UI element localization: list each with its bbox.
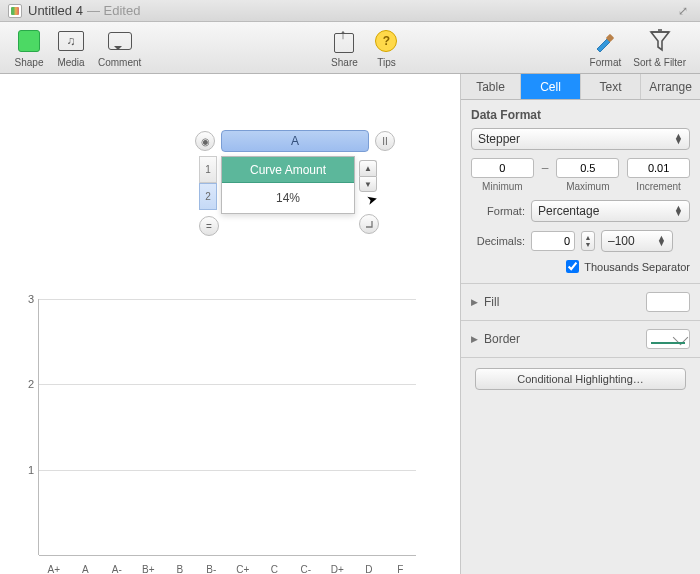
updown-icon: ▲▼: [657, 236, 666, 246]
border-disclosure[interactable]: ▶ Border: [471, 332, 520, 346]
increment-label: Increment: [636, 181, 680, 192]
y-tick: 2: [28, 378, 34, 390]
maximum-input[interactable]: [556, 158, 619, 178]
border-section: ▶ Border: [461, 321, 700, 358]
increment-input[interactable]: [627, 158, 690, 178]
tab-text[interactable]: Text: [581, 74, 641, 99]
x-tick: C: [259, 564, 291, 574]
updown-icon: ▲▼: [674, 134, 683, 144]
chevron-right-icon: ▶: [471, 334, 478, 344]
decimals-input[interactable]: [531, 231, 575, 251]
fill-disclosure[interactable]: ▶ Fill: [471, 295, 499, 309]
thousands-checkbox[interactable]: [566, 260, 579, 273]
data-format-value: Stepper: [478, 132, 520, 146]
x-tick: C-: [290, 564, 322, 574]
x-tick: B-: [196, 564, 228, 574]
fill-title: Fill: [484, 295, 499, 309]
document-title: Untitled 4: [28, 3, 83, 18]
row-header-2[interactable]: 2: [199, 183, 217, 210]
y-tick: 3: [28, 293, 34, 305]
bar-chart: 123 A+AA-B+BB-C+CC-D+DF: [16, 299, 416, 574]
decimals-label: Decimals:: [471, 235, 525, 247]
maximum-label: Maximum: [566, 181, 609, 192]
inspector-panel: Table Cell Text Arrange Data Format Step…: [460, 74, 700, 574]
main-toolbar: Shape Media Comment Share ? Tips Format: [0, 22, 700, 74]
cursor-icon: ➤: [365, 191, 380, 208]
shape-label: Shape: [15, 57, 44, 68]
range-dash: –: [542, 161, 549, 189]
x-tick: A: [70, 564, 102, 574]
media-icon: [58, 31, 84, 51]
add-column-button[interactable]: II: [375, 131, 395, 151]
add-row-button[interactable]: =: [199, 216, 219, 236]
tips-button[interactable]: ? Tips: [371, 26, 401, 68]
row-header-1[interactable]: 1: [199, 156, 217, 183]
window-titlebar: Untitled 4 — Edited ⤢: [0, 0, 700, 22]
edited-indicator: — Edited: [87, 3, 140, 18]
negative-format-value: –100: [608, 234, 635, 248]
decimals-stepper[interactable]: ▲▼: [581, 231, 595, 251]
share-icon: [334, 33, 354, 53]
data-format-title: Data Format: [471, 108, 690, 122]
format-button[interactable]: Format: [590, 26, 622, 68]
fill-color-swatch[interactable]: [646, 292, 690, 312]
x-tick: F: [385, 564, 417, 574]
tips-icon: ?: [375, 30, 397, 52]
cell-stepper: ▲ ▼: [359, 160, 377, 192]
media-button[interactable]: Media: [56, 26, 86, 68]
cell-a2-value[interactable]: 14%: [222, 183, 354, 213]
minimum-input[interactable]: [471, 158, 534, 178]
x-tick: C+: [227, 564, 259, 574]
chevron-right-icon: ▶: [471, 297, 478, 307]
thousands-label: Thousands Separator: [584, 261, 690, 273]
media-label: Media: [57, 57, 84, 68]
comment-button[interactable]: Comment: [98, 26, 141, 68]
x-tick: B: [164, 564, 196, 574]
format-value: Percentage: [538, 204, 599, 218]
comment-icon: [108, 32, 132, 50]
shape-icon: [18, 30, 40, 52]
stepper-down-button[interactable]: ▼: [359, 176, 377, 192]
tab-table[interactable]: Table: [461, 74, 521, 99]
updown-icon: ▲▼: [674, 206, 683, 216]
tips-label: Tips: [377, 57, 396, 68]
data-format-section: Data Format Stepper ▲▼ Minimum – Maximum…: [461, 100, 700, 284]
shape-button[interactable]: Shape: [14, 26, 44, 68]
format-label: Format:: [471, 205, 525, 217]
stepper-up-button[interactable]: ▲: [359, 160, 377, 176]
brush-icon: [590, 26, 620, 56]
sort-filter-button[interactable]: Sort & Filter: [633, 26, 686, 68]
table-editor: ◉ A II 1 2 Curve Amount 14% ▲ ▼ = ➤: [195, 130, 395, 214]
border-title: Border: [484, 332, 520, 346]
column-header-a[interactable]: A: [221, 130, 369, 152]
funnel-icon: [645, 26, 675, 56]
inspector-tabs: Table Cell Text Arrange: [461, 74, 700, 100]
x-tick: D+: [322, 564, 354, 574]
minimum-label: Minimum: [482, 181, 523, 192]
fill-section: ▶ Fill: [461, 284, 700, 321]
expand-window-icon[interactable]: ⤢: [678, 4, 692, 18]
y-tick: 1: [28, 464, 34, 476]
negative-format-select[interactable]: –100 ▲▼: [601, 230, 673, 252]
table-handle-button[interactable]: ◉: [195, 131, 215, 151]
canvas-area[interactable]: ◉ A II 1 2 Curve Amount 14% ▲ ▼ = ➤ 123: [0, 74, 460, 574]
comment-label: Comment: [98, 57, 141, 68]
format-label: Format: [590, 57, 622, 68]
share-button[interactable]: Share: [329, 26, 359, 68]
share-label: Share: [331, 57, 358, 68]
format-select[interactable]: Percentage ▲▼: [531, 200, 690, 222]
conditional-highlighting-button[interactable]: Conditional Highlighting…: [475, 368, 685, 390]
x-tick: A-: [101, 564, 133, 574]
tab-arrange[interactable]: Arrange: [641, 74, 700, 99]
x-tick: B+: [133, 564, 165, 574]
resize-handle-button[interactable]: [359, 214, 379, 234]
cell-a1-header[interactable]: Curve Amount: [222, 157, 354, 183]
data-format-select[interactable]: Stepper ▲▼: [471, 128, 690, 150]
x-tick: A+: [38, 564, 70, 574]
border-style-swatch[interactable]: [646, 329, 690, 349]
document-icon: [8, 4, 22, 18]
tab-cell[interactable]: Cell: [521, 74, 581, 99]
sort-filter-label: Sort & Filter: [633, 57, 686, 68]
x-tick: D: [353, 564, 385, 574]
